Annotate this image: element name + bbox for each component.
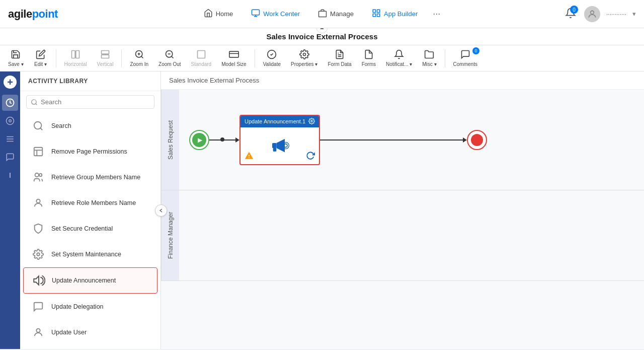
search-input[interactable] xyxy=(41,98,150,106)
comments-badge: 0 xyxy=(472,47,479,54)
modelsize-button[interactable]: Model Size xyxy=(217,47,250,69)
activity-item-retrieve-group-label: Retrieve Group Members Name xyxy=(51,173,140,181)
edit-button[interactable]: Edit ▾ xyxy=(30,47,52,69)
notifications-button[interactable]: 0 xyxy=(563,6,578,22)
sidebar-id-icon[interactable]: I xyxy=(2,167,18,183)
nav-home[interactable]: Home xyxy=(197,5,240,24)
user-dropdown-icon[interactable]: ▾ xyxy=(632,10,636,18)
activity-panel: ACTIVITY LIBRARY Search xyxy=(20,72,161,349)
panel-collapse-button[interactable] xyxy=(155,204,167,217)
nav-home-label: Home xyxy=(216,10,233,18)
activity-item-update-delegation[interactable]: Update Delegation xyxy=(23,294,157,319)
activity-item-set-system-maintenance[interactable]: Set System Maintenance xyxy=(23,242,157,267)
save-button[interactable]: Save ▾ xyxy=(4,47,28,69)
sidebar-palette-icon[interactable] xyxy=(2,113,18,129)
page-title: Sales Invoice External Process xyxy=(267,32,378,41)
nav-manage-label: Manage xyxy=(330,10,354,18)
comments-label: Comments xyxy=(453,61,477,67)
svg-rect-45 xyxy=(272,143,276,148)
search-box xyxy=(26,95,154,109)
nav-links: Home Work Center Manage App Builder ··· xyxy=(78,5,563,24)
swimlane-finance-manager-body xyxy=(179,190,644,281)
swimlane-finance-manager: Finance Manager xyxy=(161,190,644,281)
validate-button[interactable]: Validate xyxy=(259,47,285,69)
activity-item-search[interactable]: Search xyxy=(23,113,157,138)
sidebar-process-icon[interactable] xyxy=(2,95,18,111)
standard-icon xyxy=(196,49,206,60)
activity-item-remove-page-permissions[interactable]: Remove Page Permissions xyxy=(23,139,157,164)
vertical-button[interactable]: Vertical xyxy=(93,47,118,69)
horizontal-button[interactable]: Horizontal xyxy=(60,47,91,69)
update-announcement-node[interactable]: Update Announcement.1 xyxy=(239,115,320,165)
save-icon xyxy=(11,49,21,60)
activity-item-retrieve-group-members[interactable]: Retrieve Group Members Name xyxy=(23,165,157,190)
svg-rect-47 xyxy=(273,148,277,152)
svg-point-28 xyxy=(7,117,14,125)
activity-item-set-secure-credential[interactable]: Set Secure Credential xyxy=(23,216,157,241)
svg-point-8 xyxy=(591,11,594,14)
zoomin-button[interactable]: Zoom In xyxy=(126,47,152,69)
retrieve-group-members-icon xyxy=(30,169,46,185)
activity-item-retrieve-role-members[interactable]: Retrieve Role Members Name xyxy=(23,190,157,216)
nav-workcenter[interactable]: Work Center xyxy=(244,5,307,24)
start-inner: ▶ xyxy=(192,133,206,147)
activity-node-body xyxy=(240,127,319,164)
activity-node-header: Update Announcement.1 xyxy=(240,116,319,127)
set-secure-credential-icon xyxy=(30,221,46,237)
horizontal-label: Horizontal xyxy=(64,61,87,67)
svg-rect-20 xyxy=(197,51,205,58)
nav-right: 0 ············ ▾ xyxy=(563,6,636,22)
nav-appbuilder[interactable]: App Builder xyxy=(365,5,425,24)
arrow-1 xyxy=(209,137,239,143)
start-node[interactable]: ▶ xyxy=(189,130,209,150)
activity-item-set-system-label: Set System Maintenance xyxy=(51,250,121,258)
nav-manage[interactable]: Manage xyxy=(311,5,361,24)
canvas-title: Sales Invoice External Process xyxy=(161,72,644,90)
activity-node-gear-icon[interactable] xyxy=(308,118,315,125)
end-inner xyxy=(471,134,483,146)
refresh-icon xyxy=(306,151,315,160)
misc-button[interactable]: Misc ▾ xyxy=(418,47,440,69)
separator-4 xyxy=(445,49,445,67)
svg-rect-4 xyxy=(373,10,375,12)
zoomout-label: Zoom Out xyxy=(158,61,181,67)
sidebar-data-icon[interactable] xyxy=(2,131,18,147)
activity-item-remove-page-permissions-label: Remove Page Permissions xyxy=(51,148,127,156)
standard-button[interactable]: Standard xyxy=(187,47,216,69)
add-activity-button[interactable]: + xyxy=(4,76,17,89)
bell-badge: 0 xyxy=(570,6,578,14)
more-nav-button[interactable]: ··· xyxy=(429,7,444,21)
forms-label: Forms xyxy=(362,61,376,67)
arrowhead-1 xyxy=(235,137,239,143)
activity-item-retrieve-role-label: Retrieve Role Members Name xyxy=(51,199,136,207)
end-node[interactable] xyxy=(467,130,487,150)
activity-item-update-announcement[interactable]: Update Announcement xyxy=(23,267,157,294)
svg-rect-7 xyxy=(377,14,380,16)
formdata-icon xyxy=(335,49,345,60)
play-icon: ▶ xyxy=(198,136,202,144)
zoomin-icon xyxy=(134,49,144,60)
formdata-button[interactable]: Form Data xyxy=(324,47,355,69)
user-avatar xyxy=(584,6,600,22)
standard-label: Standard xyxy=(191,61,212,67)
svg-rect-11 xyxy=(102,51,109,54)
properties-button[interactable]: Properties ▾ xyxy=(287,47,321,69)
misc-label: Misc ▾ xyxy=(422,61,436,67)
validate-icon xyxy=(267,49,277,60)
notifications-toolbar-button[interactable]: Notificat... ▾ xyxy=(382,47,416,69)
zoomout-button[interactable]: Zoom Out xyxy=(154,47,185,69)
set-system-maintenance-icon xyxy=(30,246,46,262)
search-icon xyxy=(31,99,38,106)
svg-point-29 xyxy=(9,120,12,122)
svg-line-36 xyxy=(40,128,42,130)
modelsize-label: Model Size xyxy=(221,61,246,67)
activity-item-update-delegation-label: Update Delegation xyxy=(51,303,104,311)
sidebar-chat-icon[interactable] xyxy=(2,149,18,165)
forms-button[interactable]: Forms xyxy=(358,47,380,69)
activity-node-title: Update Announcement.1 xyxy=(245,118,305,124)
formdata-label: Form Data xyxy=(328,61,351,67)
activity-item-update-user[interactable]: Update User xyxy=(23,320,157,345)
svg-rect-3 xyxy=(319,11,327,17)
svg-point-24 xyxy=(303,53,305,56)
comments-button[interactable]: 0 Comments xyxy=(449,47,481,69)
